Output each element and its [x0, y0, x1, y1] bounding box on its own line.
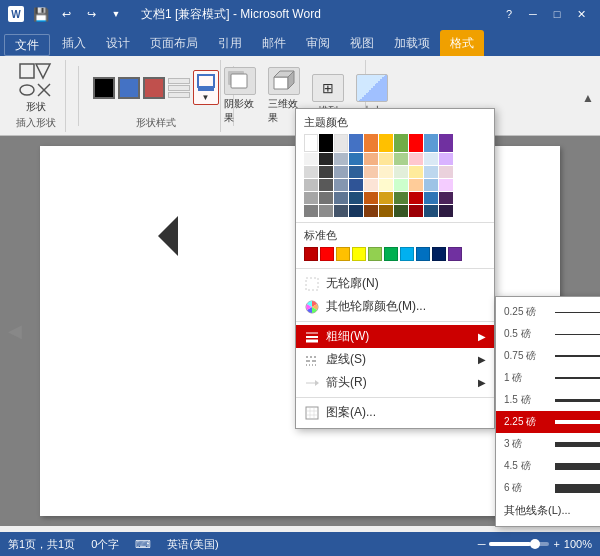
- theme-swatch[interactable]: [304, 153, 318, 165]
- theme-swatch[interactable]: [304, 134, 318, 152]
- theme-swatch[interactable]: [364, 192, 378, 204]
- theme-swatch[interactable]: [424, 205, 438, 217]
- theme-swatch[interactable]: [319, 166, 333, 178]
- theme-swatch[interactable]: [424, 166, 438, 178]
- theme-swatch[interactable]: [394, 166, 408, 178]
- outline-color-trigger[interactable]: ▼: [193, 70, 219, 105]
- theme-swatch[interactable]: [319, 153, 333, 165]
- theme-swatch[interactable]: [349, 153, 363, 165]
- theme-swatch[interactable]: [439, 134, 453, 152]
- theme-swatch[interactable]: [334, 192, 348, 204]
- theme-swatch[interactable]: [349, 192, 363, 204]
- weight-item-025[interactable]: 0.25 磅: [496, 301, 600, 323]
- style-black[interactable]: [93, 77, 115, 99]
- theme-swatch[interactable]: [379, 192, 393, 204]
- std-swatch-6[interactable]: [400, 247, 414, 261]
- theme-swatch[interactable]: [349, 205, 363, 217]
- tab-layout[interactable]: 页面布局: [140, 30, 208, 56]
- menu-no-outline[interactable]: 无轮廓(N): [296, 272, 494, 295]
- theme-swatch[interactable]: [334, 205, 348, 217]
- theme-swatch[interactable]: [334, 153, 348, 165]
- theme-swatch[interactable]: [394, 134, 408, 152]
- tab-mailings[interactable]: 邮件: [252, 30, 296, 56]
- menu-pattern[interactable]: 图案(A)...: [296, 401, 494, 424]
- theme-swatch[interactable]: [334, 166, 348, 178]
- left-nav-arrow[interactable]: ◀: [8, 320, 22, 342]
- theme-swatch[interactable]: [364, 205, 378, 217]
- theme-swatch[interactable]: [409, 134, 423, 152]
- theme-swatch[interactable]: [424, 153, 438, 165]
- std-swatch-4[interactable]: [368, 247, 382, 261]
- tab-design[interactable]: 设计: [96, 30, 140, 56]
- tab-insert[interactable]: 插入: [52, 30, 96, 56]
- maximize-btn[interactable]: □: [546, 3, 568, 25]
- std-swatch-2[interactable]: [336, 247, 350, 261]
- theme-swatch[interactable]: [304, 179, 318, 191]
- theme-swatch[interactable]: [409, 192, 423, 204]
- customize-icon[interactable]: ▼: [105, 3, 127, 25]
- weight-item-225[interactable]: 2.25 磅: [496, 411, 600, 433]
- menu-other-color[interactable]: 其他轮廓颜色(M)...: [296, 295, 494, 318]
- menu-weight[interactable]: 粗细(W) ▶: [296, 325, 494, 348]
- theme-swatch[interactable]: [349, 166, 363, 178]
- theme-swatch[interactable]: [424, 134, 438, 152]
- theme-swatch[interactable]: [304, 192, 318, 204]
- style-red[interactable]: [143, 77, 165, 99]
- theme-swatch[interactable]: [394, 179, 408, 191]
- theme-swatch[interactable]: [364, 179, 378, 191]
- std-swatch-5[interactable]: [384, 247, 398, 261]
- weight-item-6[interactable]: 6 磅: [496, 477, 600, 499]
- weight-item-075[interactable]: 0.75 磅: [496, 345, 600, 367]
- theme-swatch[interactable]: [349, 134, 363, 152]
- std-swatch-1[interactable]: [320, 247, 334, 261]
- tab-addins[interactable]: 加载项: [384, 30, 440, 56]
- theme-swatch[interactable]: [319, 179, 333, 191]
- std-swatch-9[interactable]: [448, 247, 462, 261]
- theme-swatch[interactable]: [319, 205, 333, 217]
- theme-swatch[interactable]: [319, 134, 333, 152]
- theme-swatch[interactable]: [409, 205, 423, 217]
- zoom-bar[interactable]: [489, 542, 549, 546]
- theme-swatch[interactable]: [439, 166, 453, 178]
- minimize-btn[interactable]: ─: [522, 3, 544, 25]
- theme-swatch[interactable]: [364, 166, 378, 178]
- redo-icon[interactable]: ↪: [80, 3, 102, 25]
- theme-swatch[interactable]: [304, 166, 318, 178]
- weight-item-15[interactable]: 1.5 磅: [496, 389, 600, 411]
- theme-swatch[interactable]: [409, 179, 423, 191]
- style-dropdown[interactable]: [168, 78, 190, 98]
- weight-item-45[interactable]: 4.5 磅: [496, 455, 600, 477]
- theme-swatch[interactable]: [424, 192, 438, 204]
- weight-item-1[interactable]: 1 磅: [496, 367, 600, 389]
- theme-swatch[interactable]: [439, 153, 453, 165]
- theme-swatch[interactable]: [439, 179, 453, 191]
- zoom-in-btn[interactable]: +: [553, 538, 559, 550]
- style-blue[interactable]: [118, 77, 140, 99]
- theme-swatch[interactable]: [334, 179, 348, 191]
- collapse-icon[interactable]: ▲: [582, 91, 594, 105]
- theme-swatch[interactable]: [319, 192, 333, 204]
- help-btn[interactable]: ?: [498, 3, 520, 25]
- theme-swatch[interactable]: [409, 153, 423, 165]
- weight-item-3[interactable]: 3 磅: [496, 433, 600, 455]
- tab-review[interactable]: 审阅: [296, 30, 340, 56]
- theme-swatch[interactable]: [424, 179, 438, 191]
- tab-view[interactable]: 视图: [340, 30, 384, 56]
- theme-swatch[interactable]: [379, 166, 393, 178]
- theme-swatch[interactable]: [379, 179, 393, 191]
- theme-swatch[interactable]: [394, 192, 408, 204]
- shadow-effect-btn[interactable]: 阴影效果: [220, 65, 260, 127]
- std-swatch-0[interactable]: [304, 247, 318, 261]
- theme-swatch[interactable]: [304, 205, 318, 217]
- close-btn[interactable]: ✕: [570, 3, 592, 25]
- zoom-out-btn[interactable]: ─: [478, 538, 486, 550]
- theme-swatch[interactable]: [379, 134, 393, 152]
- theme-swatch[interactable]: [349, 179, 363, 191]
- tab-format[interactable]: 格式: [440, 30, 484, 56]
- theme-swatch[interactable]: [409, 166, 423, 178]
- theme-swatch[interactable]: [394, 205, 408, 217]
- theme-swatch[interactable]: [439, 192, 453, 204]
- theme-swatch[interactable]: [379, 205, 393, 217]
- tab-file[interactable]: 文件: [4, 34, 50, 56]
- theme-swatch[interactable]: [439, 205, 453, 217]
